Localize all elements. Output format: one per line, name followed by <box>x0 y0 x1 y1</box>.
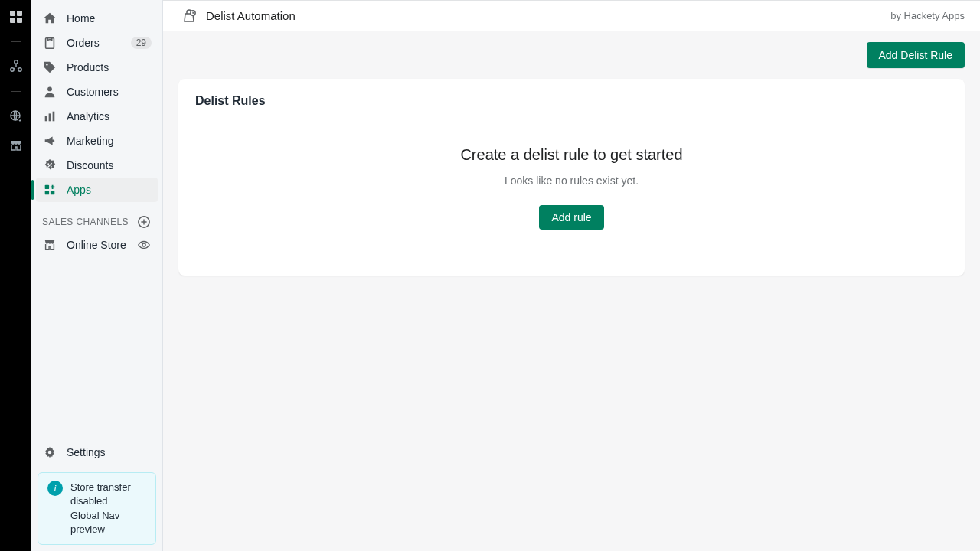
sidebar-item-marketing[interactable]: Marketing <box>36 129 158 153</box>
customers-icon <box>42 84 57 99</box>
molecule-icon[interactable] <box>8 59 24 74</box>
svg-point-8 <box>18 118 22 122</box>
sidebar-item-label: Customers <box>67 86 152 98</box>
card-title: Delist Rules <box>195 94 948 108</box>
app-byline: by Hackety Apps <box>890 10 965 21</box>
sidebar-item-customers[interactable]: Customers <box>36 80 158 104</box>
sales-channels-header: SALES CHANNELS <box>31 202 162 233</box>
svg-rect-12 <box>45 116 47 121</box>
svg-point-16 <box>51 166 52 168</box>
storefront-icon[interactable] <box>8 138 24 153</box>
app-bag-icon <box>181 8 197 24</box>
svg-point-21 <box>142 243 145 246</box>
analytics-icon <box>42 109 57 124</box>
add-delist-rule-button[interactable]: Add Delist Rule <box>867 42 965 68</box>
orders-icon <box>42 35 57 51</box>
sidebar-footer: Settings i Store transfer disabled Globa… <box>31 439 162 551</box>
delist-rules-card: Delist Rules Create a delist rule to get… <box>178 79 965 276</box>
topbar: Delist Automation by Hackety Apps <box>163 0 980 31</box>
discounts-icon <box>42 158 57 173</box>
svg-point-10 <box>46 64 47 65</box>
sidebar: Home Orders 29 Products Customers <box>31 0 163 551</box>
banner-message: Store transfer disabled Global Nav previ… <box>70 481 146 536</box>
channel-label: Online Store <box>67 239 136 251</box>
svg-rect-3 <box>17 18 22 23</box>
svg-rect-13 <box>49 113 51 121</box>
sidebar-item-label: Home <box>67 12 152 24</box>
sidebar-item-apps[interactable]: Apps <box>36 178 158 202</box>
marketing-icon <box>42 133 57 148</box>
sidebar-item-settings[interactable]: Settings <box>31 439 162 466</box>
svg-point-11 <box>47 87 52 92</box>
empty-subtext: Looks like no rules exist yet. <box>195 174 948 187</box>
svg-point-15 <box>47 163 49 165</box>
nav-primary: Home Orders 29 Products Customers <box>31 0 162 202</box>
info-icon: i <box>47 481 63 496</box>
products-icon <box>42 60 57 75</box>
orders-badge: 29 <box>131 37 152 49</box>
rail-separator <box>11 91 21 92</box>
banner-line1: Store transfer disabled <box>70 481 146 508</box>
empty-state: Create a delist rule to get started Look… <box>195 146 948 230</box>
home-icon <box>42 11 57 26</box>
svg-rect-2 <box>10 18 15 23</box>
top-actions: Add Delist Rule <box>178 42 965 68</box>
sidebar-item-label: Discounts <box>67 159 152 171</box>
sidebar-item-label: Apps <box>67 184 152 196</box>
settings-label: Settings <box>67 446 106 458</box>
view-store-button[interactable] <box>136 237 152 253</box>
svg-rect-1 <box>17 11 22 16</box>
sidebar-item-discounts[interactable]: Discounts <box>36 153 158 178</box>
add-channel-button[interactable] <box>136 214 152 230</box>
sidebar-item-label: Analytics <box>67 110 152 122</box>
sidebar-item-products[interactable]: Products <box>36 55 158 80</box>
info-banner: i Store transfer disabled Global Nav pre… <box>38 472 156 545</box>
sidebar-item-label: Marketing <box>67 135 152 147</box>
svg-rect-14 <box>53 112 55 122</box>
sidebar-item-label: Orders <box>67 37 131 49</box>
svg-point-4 <box>14 60 17 64</box>
sidebar-item-orders[interactable]: Orders 29 <box>36 31 158 55</box>
empty-heading: Create a delist rule to get started <box>195 146 948 164</box>
gear-icon <box>42 445 57 460</box>
banner-link[interactable]: Global Nav <box>70 510 119 521</box>
globe-icon[interactable] <box>8 109 24 124</box>
svg-rect-17 <box>45 185 49 189</box>
sidebar-item-home[interactable]: Home <box>36 6 158 31</box>
svg-rect-19 <box>51 191 54 194</box>
svg-point-22 <box>48 451 52 455</box>
sidebar-item-label: Products <box>67 61 152 73</box>
add-rule-button[interactable]: Add rule <box>539 205 603 230</box>
channel-online-store[interactable]: Online Store <box>36 233 158 257</box>
apps-icon <box>42 182 57 197</box>
app-title: Delist Automation <box>206 9 890 22</box>
content: Add Delist Rule Delist Rules Create a de… <box>163 31 980 286</box>
dashboard-icon[interactable] <box>8 9 24 24</box>
section-label: SALES CHANNELS <box>42 217 129 227</box>
svg-rect-0 <box>10 11 15 16</box>
rail-separator <box>11 41 21 42</box>
left-rail <box>0 0 31 551</box>
svg-rect-18 <box>45 191 49 194</box>
banner-suffix: preview <box>70 523 105 535</box>
store-icon <box>42 237 57 253</box>
main: Delist Automation by Hackety Apps Add De… <box>163 0 980 551</box>
sidebar-item-analytics[interactable]: Analytics <box>36 104 158 129</box>
